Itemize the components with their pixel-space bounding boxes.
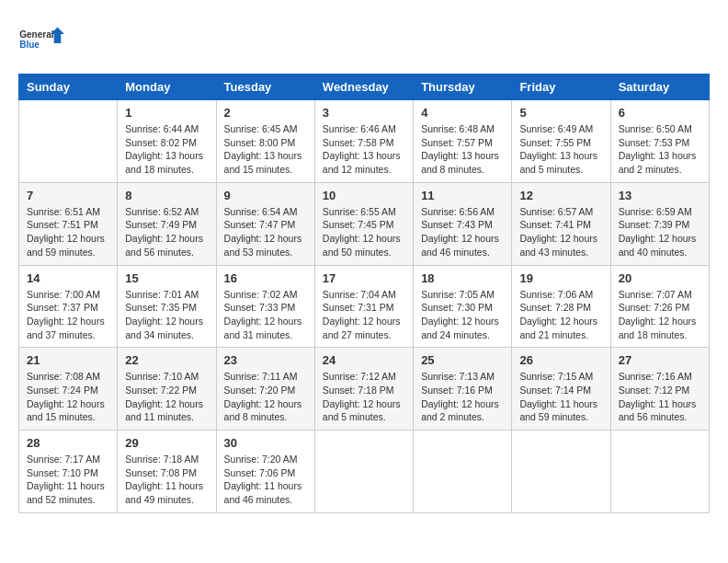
calendar-cell: 10Sunrise: 6:55 AMSunset: 7:45 PMDayligh… — [314, 182, 413, 265]
day-info: Sunrise: 6:50 AMSunset: 7:53 PMDaylight:… — [619, 122, 701, 177]
calendar-cell: 13Sunrise: 6:59 AMSunset: 7:39 PMDayligh… — [610, 182, 709, 265]
calendar-header-row: SundayMondayTuesdayWednesdayThursdayFrid… — [19, 75, 710, 100]
day-number: 10 — [323, 189, 405, 202]
day-number: 13 — [619, 189, 701, 202]
day-number: 27 — [619, 353, 701, 367]
calendar-cell: 30Sunrise: 7:20 AMSunset: 7:06 PMDayligh… — [216, 431, 314, 513]
day-number: 23 — [224, 353, 307, 367]
day-info: Sunrise: 7:15 AMSunset: 7:14 PMDaylight:… — [519, 370, 602, 424]
day-info: Sunrise: 6:55 AMSunset: 7:45 PMDaylight:… — [323, 205, 405, 259]
day-number: 24 — [323, 353, 405, 367]
day-info: Sunrise: 6:49 AMSunset: 7:55 PMDaylight:… — [519, 122, 602, 177]
calendar-cell: 27Sunrise: 7:16 AMSunset: 7:12 PMDayligh… — [610, 348, 709, 431]
calendar-cell: 20Sunrise: 7:07 AMSunset: 7:26 PMDayligh… — [610, 265, 709, 348]
day-info: Sunrise: 7:00 AMSunset: 7:37 PMDaylight:… — [27, 288, 109, 342]
day-number: 18 — [421, 271, 504, 285]
day-number: 19 — [519, 271, 602, 285]
day-info: Sunrise: 6:59 AMSunset: 7:39 PMDaylight:… — [619, 205, 701, 259]
day-number: 8 — [125, 189, 208, 202]
day-number: 4 — [421, 106, 504, 120]
day-number: 2 — [224, 106, 307, 120]
calendar-cell: 25Sunrise: 7:13 AMSunset: 7:16 PMDayligh… — [414, 348, 512, 431]
day-number: 21 — [27, 353, 109, 367]
day-info: Sunrise: 7:11 AMSunset: 7:20 PMDaylight:… — [224, 370, 307, 424]
calendar-week-row: 1Sunrise: 6:44 AMSunset: 8:02 PMDaylight… — [19, 100, 710, 183]
day-number: 30 — [224, 436, 307, 450]
day-number: 11 — [421, 189, 504, 202]
calendar-cell: 3Sunrise: 6:46 AMSunset: 7:58 PMDaylight… — [314, 100, 413, 183]
calendar-cell: 23Sunrise: 7:11 AMSunset: 7:20 PMDayligh… — [216, 348, 314, 431]
day-info: Sunrise: 6:45 AMSunset: 8:00 PMDaylight:… — [224, 122, 307, 177]
day-number: 20 — [619, 271, 701, 285]
day-number: 7 — [27, 189, 109, 202]
svg-text:Blue: Blue — [19, 40, 40, 50]
day-number: 22 — [125, 353, 208, 367]
calendar-cell: 1Sunrise: 6:44 AMSunset: 8:02 PMDaylight… — [118, 100, 216, 183]
day-info: Sunrise: 6:46 AMSunset: 7:58 PMDaylight:… — [323, 122, 405, 177]
day-of-week-header: Saturday — [610, 75, 709, 100]
calendar-cell: 17Sunrise: 7:04 AMSunset: 7:31 PMDayligh… — [314, 265, 413, 348]
day-info: Sunrise: 6:51 AMSunset: 7:51 PMDaylight:… — [27, 205, 109, 259]
svg-text:General: General — [19, 29, 53, 40]
day-number: 25 — [421, 353, 504, 367]
calendar-cell: 16Sunrise: 7:02 AMSunset: 7:33 PMDayligh… — [216, 265, 314, 348]
calendar-cell: 15Sunrise: 7:01 AMSunset: 7:35 PMDayligh… — [118, 265, 216, 348]
day-of-week-header: Sunday — [19, 75, 118, 100]
calendar-cell — [414, 431, 512, 513]
day-info: Sunrise: 7:01 AMSunset: 7:35 PMDaylight:… — [125, 288, 208, 342]
logo-svg: General Blue — [18, 18, 64, 59]
day-info: Sunrise: 6:57 AMSunset: 7:41 PMDaylight:… — [519, 205, 602, 259]
day-number: 15 — [125, 271, 208, 285]
day-info: Sunrise: 7:06 AMSunset: 7:28 PMDaylight:… — [519, 288, 602, 342]
day-number: 6 — [619, 106, 701, 120]
day-info: Sunrise: 7:07 AMSunset: 7:26 PMDaylight:… — [619, 288, 701, 342]
day-of-week-header: Wednesday — [314, 75, 413, 100]
day-number: 9 — [224, 189, 307, 202]
calendar-cell: 9Sunrise: 6:54 AMSunset: 7:47 PMDaylight… — [216, 182, 314, 265]
calendar-cell: 4Sunrise: 6:48 AMSunset: 7:57 PMDaylight… — [414, 100, 512, 183]
calendar-cell: 22Sunrise: 7:10 AMSunset: 7:22 PMDayligh… — [118, 348, 216, 431]
day-info: Sunrise: 7:10 AMSunset: 7:22 PMDaylight:… — [125, 370, 208, 424]
calendar-cell: 24Sunrise: 7:12 AMSunset: 7:18 PMDayligh… — [314, 348, 413, 431]
day-of-week-header: Thursday — [414, 75, 512, 100]
day-info: Sunrise: 7:02 AMSunset: 7:33 PMDaylight:… — [224, 288, 307, 342]
day-info: Sunrise: 7:20 AMSunset: 7:06 PMDaylight:… — [224, 453, 307, 507]
calendar-table: SundayMondayTuesdayWednesdayThursdayFrid… — [18, 74, 710, 513]
calendar-cell — [314, 431, 413, 513]
day-number: 28 — [27, 436, 109, 450]
day-number: 1 — [125, 106, 208, 120]
day-info: Sunrise: 6:44 AMSunset: 8:02 PMDaylight:… — [125, 122, 208, 177]
calendar-week-row: 28Sunrise: 7:17 AMSunset: 7:10 PMDayligh… — [19, 431, 710, 513]
calendar-cell: 29Sunrise: 7:18 AMSunset: 7:08 PMDayligh… — [118, 431, 216, 513]
day-number: 29 — [125, 436, 208, 450]
day-number: 14 — [27, 271, 109, 285]
day-info: Sunrise: 7:05 AMSunset: 7:30 PMDaylight:… — [421, 288, 504, 342]
calendar-cell: 7Sunrise: 6:51 AMSunset: 7:51 PMDaylight… — [19, 182, 118, 265]
day-info: Sunrise: 6:54 AMSunset: 7:47 PMDaylight:… — [224, 205, 307, 259]
calendar-cell: 8Sunrise: 6:52 AMSunset: 7:49 PMDaylight… — [118, 182, 216, 265]
calendar-cell: 14Sunrise: 7:00 AMSunset: 7:37 PMDayligh… — [19, 265, 118, 348]
calendar-cell — [512, 431, 610, 513]
calendar-week-row: 21Sunrise: 7:08 AMSunset: 7:24 PMDayligh… — [19, 348, 710, 431]
day-of-week-header: Monday — [118, 75, 216, 100]
calendar-cell: 5Sunrise: 6:49 AMSunset: 7:55 PMDaylight… — [512, 100, 610, 183]
calendar-cell: 12Sunrise: 6:57 AMSunset: 7:41 PMDayligh… — [512, 182, 610, 265]
day-number: 5 — [519, 106, 602, 120]
calendar-cell: 26Sunrise: 7:15 AMSunset: 7:14 PMDayligh… — [512, 348, 610, 431]
day-number: 26 — [519, 353, 602, 367]
calendar-cell: 28Sunrise: 7:17 AMSunset: 7:10 PMDayligh… — [19, 431, 118, 513]
day-info: Sunrise: 7:13 AMSunset: 7:16 PMDaylight:… — [421, 370, 504, 424]
day-info: Sunrise: 7:12 AMSunset: 7:18 PMDaylight:… — [323, 370, 405, 424]
calendar-cell: 18Sunrise: 7:05 AMSunset: 7:30 PMDayligh… — [414, 265, 512, 348]
calendar-cell — [19, 100, 118, 183]
calendar-week-row: 7Sunrise: 6:51 AMSunset: 7:51 PMDaylight… — [19, 182, 710, 265]
day-of-week-header: Tuesday — [216, 75, 314, 100]
day-number: 17 — [323, 271, 405, 285]
day-info: Sunrise: 6:48 AMSunset: 7:57 PMDaylight:… — [421, 122, 504, 177]
day-info: Sunrise: 7:08 AMSunset: 7:24 PMDaylight:… — [27, 370, 109, 424]
day-number: 3 — [323, 106, 405, 120]
day-info: Sunrise: 7:17 AMSunset: 7:10 PMDaylight:… — [27, 453, 109, 507]
calendar-cell: 21Sunrise: 7:08 AMSunset: 7:24 PMDayligh… — [19, 348, 118, 431]
calendar-week-row: 14Sunrise: 7:00 AMSunset: 7:37 PMDayligh… — [19, 265, 710, 348]
calendar-cell: 11Sunrise: 6:56 AMSunset: 7:43 PMDayligh… — [414, 182, 512, 265]
